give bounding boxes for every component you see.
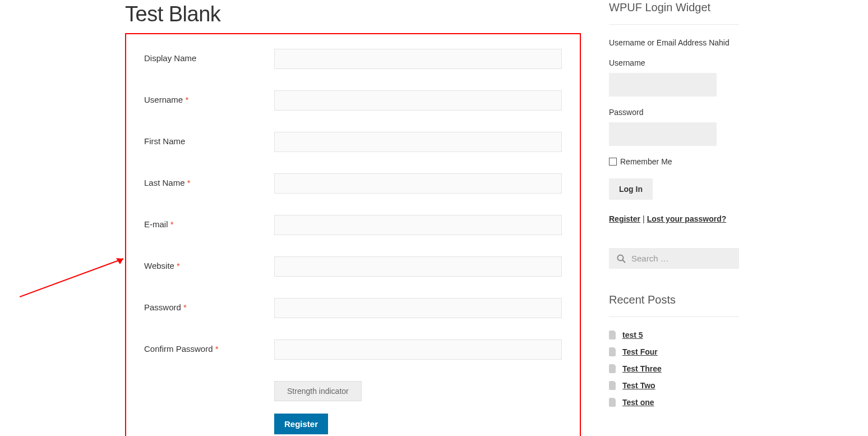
confirm-password-input[interactable] — [274, 339, 562, 360]
username-input[interactable] — [274, 90, 562, 111]
login-password-label: Password — [609, 108, 739, 117]
list-item: Test Two — [609, 381, 739, 390]
last-name-input[interactable] — [274, 173, 562, 194]
login-username-input[interactable] — [609, 73, 717, 97]
page-title: Test Blank — [125, 2, 581, 26]
svg-marker-1 — [116, 258, 123, 264]
document-icon — [609, 364, 617, 373]
svg-line-0 — [20, 259, 123, 297]
display-name-label: Display Name — [144, 49, 274, 63]
svg-point-2 — [618, 255, 624, 260]
document-icon — [609, 398, 617, 407]
login-widget: WPUF Login Widget Username or Email Addr… — [609, 1, 739, 223]
login-widget-desc: Username or Email Address Nahid — [609, 38, 739, 47]
recent-posts-title: Recent Posts — [609, 293, 739, 317]
last-name-label: Last Name * — [144, 173, 274, 187]
search-icon — [617, 254, 626, 263]
document-icon — [609, 331, 617, 339]
lost-password-link[interactable]: Lost your password? — [647, 214, 727, 223]
document-icon — [609, 381, 617, 390]
list-item: Test Three — [609, 364, 739, 373]
annotation-arrow — [20, 276, 126, 277]
email-label: E-mail * — [144, 215, 274, 229]
confirm-password-label: Confirm Password * — [144, 339, 274, 354]
list-item: Test Four — [609, 347, 739, 356]
document-icon — [609, 347, 617, 356]
first-name-input[interactable] — [274, 132, 562, 152]
list-item: test 5 — [609, 331, 739, 339]
recent-post-link[interactable]: Test Four — [622, 347, 658, 356]
email-input[interactable] — [274, 215, 562, 235]
registration-form: Display Name Username * First Name Last … — [125, 33, 581, 436]
first-name-label: First Name — [144, 132, 274, 146]
remember-me-label: Remember Me — [620, 157, 672, 166]
recent-posts-widget: Recent Posts test 5 Test Four Test Three… — [609, 293, 739, 407]
login-button[interactable]: Log In — [609, 178, 653, 200]
register-button[interactable]: Register — [274, 414, 328, 434]
login-password-input[interactable] — [609, 122, 717, 146]
website-input[interactable] — [274, 256, 562, 277]
recent-post-link[interactable]: test 5 — [622, 331, 643, 339]
login-username-label: Username — [609, 58, 739, 67]
search-input[interactable] — [631, 254, 731, 263]
password-label: Password * — [144, 298, 274, 312]
recent-post-link[interactable]: Test Three — [622, 364, 662, 373]
website-label: Website * — [144, 256, 274, 270]
strength-indicator: Strength indicator — [274, 381, 362, 401]
username-label: Username * — [144, 90, 274, 104]
search-box — [609, 248, 739, 269]
remember-me-checkbox[interactable] — [609, 158, 617, 166]
display-name-input[interactable] — [274, 49, 562, 69]
login-widget-title: WPUF Login Widget — [609, 1, 739, 25]
password-input[interactable] — [274, 298, 562, 318]
recent-post-link[interactable]: Test Two — [622, 381, 655, 390]
register-link[interactable]: Register — [609, 214, 640, 223]
svg-line-3 — [623, 260, 626, 263]
recent-post-link[interactable]: Test one — [622, 398, 654, 407]
list-item: Test one — [609, 398, 739, 407]
